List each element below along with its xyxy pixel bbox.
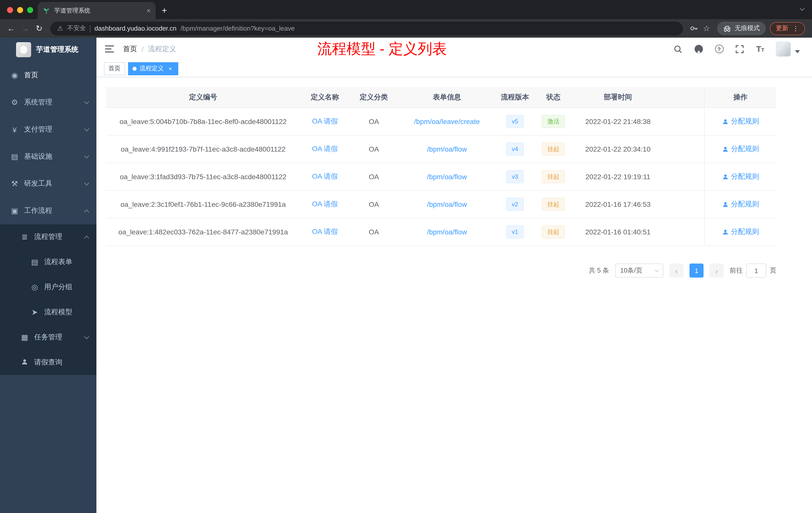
sidebar-item[interactable]: ◎用户分组: [0, 275, 96, 300]
user-menu[interactable]: [776, 41, 800, 57]
next-page-button[interactable]: ›: [709, 264, 724, 278]
sidebar-item[interactable]: ◉首页: [0, 62, 96, 89]
list-icon: ≣: [20, 233, 29, 241]
browser-menu-icon[interactable]: ⋮: [792, 25, 799, 32]
column-header: 表单信息: [398, 87, 496, 108]
cell-category: OA: [350, 218, 398, 245]
incognito-badge: 无痕模式: [717, 22, 766, 35]
cell-deploy-time: 2022-01-16 17:46:53: [573, 191, 663, 218]
sidebar-item[interactable]: 请假查询: [0, 350, 96, 375]
version-tag: v4: [506, 143, 523, 156]
sidebar-item-label: 流程管理: [34, 233, 62, 241]
cell-filler: [663, 135, 704, 163]
assign-rule-link[interactable]: 分配规则: [722, 172, 759, 181]
cell-filler: [663, 191, 704, 218]
current-page-button[interactable]: 1: [690, 264, 703, 278]
definition-name-link[interactable]: OA 请假: [312, 228, 338, 236]
browser-tab-strip: 芋道管理系统 × +: [0, 0, 812, 19]
cell-definition-name: OA 请假: [300, 108, 350, 135]
window-zoom-button[interactable]: [27, 7, 33, 13]
tag-流程定义[interactable]: 流程定义×: [128, 62, 178, 75]
forward-button[interactable]: →: [18, 21, 32, 35]
assign-rule-link[interactable]: 分配规则: [722, 228, 759, 236]
form-link[interactable]: /bpm/oa/leave/create: [414, 117, 480, 125]
font-size-icon[interactable]: TT: [755, 44, 765, 54]
goto-page-input[interactable]: [746, 264, 766, 278]
window-close-button[interactable]: [7, 7, 13, 13]
browser-tab[interactable]: 芋道管理系统 ×: [38, 2, 156, 19]
assign-rule-link[interactable]: 分配规则: [722, 117, 759, 126]
cell-definition-name: OA 请假: [300, 135, 350, 163]
breadcrumb-separator: /: [142, 45, 144, 53]
definition-name-link[interactable]: OA 请假: [312, 172, 338, 181]
status-tag: 激活: [542, 115, 565, 128]
back-button[interactable]: ←: [4, 21, 18, 35]
sidebar-item[interactable]: ≣流程管理: [0, 224, 96, 249]
assign-rule-link[interactable]: 分配规则: [722, 145, 759, 154]
definition-name-link[interactable]: OA 请假: [312, 117, 338, 126]
workflow-icon: ▣: [10, 206, 19, 215]
app-title: 芋道管理系统: [36, 45, 78, 54]
version-tag: v1: [506, 225, 523, 238]
pagination: 共 5 条 10条/页 ‹ 1 › 前往 页: [107, 264, 776, 278]
user-avatar[interactable]: [776, 41, 791, 57]
form-link[interactable]: /bpm/oa/flow: [427, 200, 467, 208]
cell-status: 挂起: [534, 135, 573, 163]
password-key-icon[interactable]: [687, 22, 700, 35]
form-link[interactable]: /bpm/oa/flow: [427, 173, 467, 181]
sidebar-item-label: 首页: [24, 71, 38, 80]
window-minimize-button[interactable]: [17, 7, 23, 13]
sidebar-item[interactable]: ¥支付管理: [0, 116, 96, 143]
tab-close-icon[interactable]: ×: [147, 6, 151, 14]
definition-name-link[interactable]: OA 请假: [312, 200, 338, 209]
hamburger-icon[interactable]: [104, 43, 115, 55]
definition-name-link[interactable]: OA 请假: [312, 145, 338, 154]
server-icon: ▤: [10, 152, 19, 161]
sidebar-item-label: 基础设施: [24, 152, 52, 161]
bookmark-star-icon[interactable]: ☆: [700, 22, 713, 35]
sidebar-item[interactable]: ⚙系统管理: [0, 89, 96, 116]
assign-rule-link[interactable]: 分配规则: [722, 200, 759, 209]
chevron-down-icon: [84, 180, 89, 185]
column-header: [663, 87, 704, 108]
sidebar-item[interactable]: ▤基础设施: [0, 143, 96, 170]
chevron-up-icon: [84, 209, 89, 214]
new-tab-button[interactable]: +: [162, 6, 167, 15]
sidebar-item-label: 研发工具: [24, 179, 52, 188]
page-size-select[interactable]: 10条/页: [615, 264, 663, 278]
tag-首页[interactable]: 首页: [104, 62, 125, 75]
column-header: 定义名称: [300, 87, 350, 108]
help-icon[interactable]: ?: [714, 44, 724, 54]
incognito-icon: [723, 25, 731, 32]
form-link[interactable]: /bpm/oa/flow: [427, 145, 467, 153]
cell-status: 挂起: [534, 218, 573, 245]
sidebar-item[interactable]: ⚒研发工具: [0, 170, 96, 197]
search-icon[interactable]: [673, 44, 683, 54]
cell-definition-id: oa_leave:1:482ec033-762a-11ec-8477-a2380…: [107, 218, 300, 245]
logo-avatar: [16, 42, 31, 57]
form-link[interactable]: /bpm/oa/flow: [427, 228, 467, 236]
chevron-down-icon: [84, 334, 89, 339]
user-icon: [21, 358, 28, 365]
user-icon: [722, 146, 728, 152]
cell-category: OA: [350, 108, 398, 135]
tab-search-chevron-icon[interactable]: [801, 3, 804, 12]
sidebar-item[interactable]: ▦任务管理: [0, 325, 96, 350]
cell-definition-id: oa_leave:3:1fad3d93-7b75-11ec-a3c8-acde4…: [107, 163, 300, 190]
sidebar-item[interactable]: ➤流程模型: [0, 300, 96, 325]
reload-button[interactable]: ↻: [32, 21, 46, 35]
fullscreen-icon[interactable]: [735, 44, 745, 54]
breadcrumb-home[interactable]: 首页: [123, 44, 137, 54]
sidebar-item[interactable]: ▤流程表单: [0, 249, 96, 275]
user-icon: [722, 229, 728, 235]
github-icon[interactable]: [694, 44, 703, 54]
sidebar-item[interactable]: ▣工作流程: [0, 197, 96, 224]
close-icon[interactable]: ×: [167, 65, 174, 72]
page-size-value: 10条/页: [620, 266, 642, 275]
version-tag: v2: [506, 198, 523, 211]
prev-page-button[interactable]: ‹: [669, 264, 684, 278]
sidebar-item-label: 支付管理: [24, 125, 52, 134]
address-bar[interactable]: ⚠ 不安全 dashboard.yudao.iocoder.cn/bpm/man…: [50, 21, 683, 35]
security-label: 不安全: [67, 24, 86, 33]
browser-update-button[interactable]: 更新 ⋮: [770, 22, 805, 35]
